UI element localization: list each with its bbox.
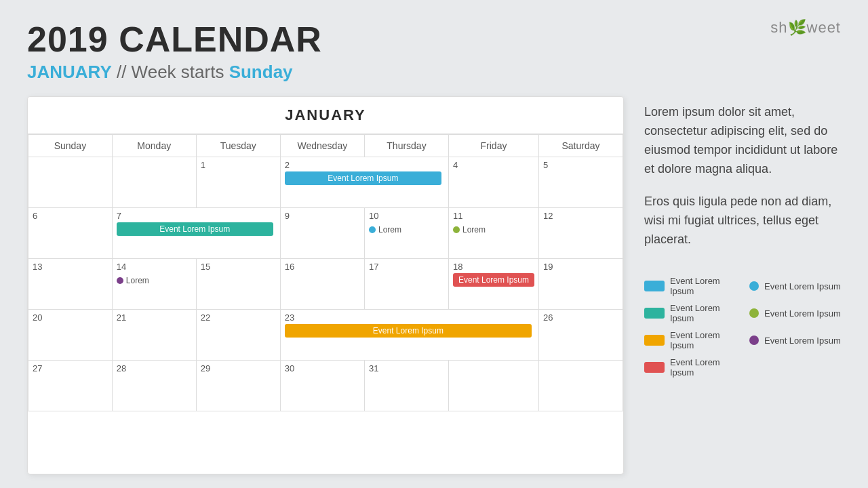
legend-swatch-orange: [644, 335, 665, 346]
calendar-month-title: JANUARY: [285, 106, 366, 123]
content-row: JANUARY Sunday Monday Tuesday Wednesday …: [27, 96, 841, 474]
legend-swatch-teal: [644, 308, 665, 319]
days-header-row: Sunday Monday Tuesday Wednesday Thursday…: [28, 135, 623, 157]
right-panel: Lorem ipsum dolor sit amet, consectetur …: [644, 96, 841, 474]
event-bar-orange-1: Event Lorem Ipsum: [285, 324, 532, 338]
week-row-1: 1 2 Event Lorem Ipsum 4 5: [28, 157, 623, 208]
calendar-wrapper: JANUARY Sunday Monday Tuesday Wednesday …: [27, 96, 624, 474]
dot-blue-label: Lorem: [378, 225, 401, 235]
cell-w5-tue: 29: [196, 361, 280, 411]
legend-label-6: Event Lorem Ipsum: [764, 308, 841, 319]
legend-item-5: Event Lorem Ipsum: [749, 276, 841, 296]
event-bar-red-1: Event Lorem Ipsum: [453, 273, 534, 287]
subtitle: JANUARY // Week starts Sunday: [27, 62, 841, 83]
legend-swatch-blue: [644, 281, 665, 291]
cell-w1-sat: 5: [539, 157, 623, 208]
legend-item-6: Event Lorem Ipsum: [749, 303, 841, 323]
cell-w3-sun: 13: [28, 259, 113, 310]
cell-w5-mon: 28: [112, 361, 196, 411]
cell-w2-wed: 9: [280, 208, 364, 259]
event-bar-teal-1: Event Lorem Ipsum: [117, 222, 273, 236]
subtitle-month: JANUARY: [27, 62, 112, 82]
day-sunday: Sunday: [28, 135, 113, 157]
legend-item-1: Event Lorem Ipsum: [644, 276, 736, 296]
event-dot-blue-1: Lorem: [369, 225, 401, 235]
cell-w3-thu: 17: [364, 259, 448, 310]
dot-olive-label: Lorem: [462, 225, 486, 235]
dot-olive-icon: [453, 226, 460, 233]
main-container: sh🌿weet 2019 CALENDAR JANUARY // Week st…: [0, 0, 868, 488]
cell-w5-thu: 31: [364, 361, 448, 411]
legend-grid: Event Lorem Ipsum Event Lorem Ipsum Even…: [644, 276, 841, 378]
cell-w3-wed: 16: [280, 259, 364, 310]
cell-w5-fri: [448, 361, 538, 411]
cell-w4-sat: 26: [539, 310, 623, 361]
cell-w2-sat: 12: [539, 208, 623, 259]
cell-w2-sun: 6: [28, 208, 113, 259]
cell-w1-fri: 4: [448, 157, 538, 208]
legend-dot-olive: [749, 308, 759, 318]
day-friday: Friday: [448, 135, 538, 157]
header: 2019 CALENDAR JANUARY // Week starts Sun…: [27, 20, 841, 83]
subtitle-day: Sunday: [229, 62, 293, 82]
dot-blue-icon: [369, 226, 376, 233]
cell-w1-tue: 1: [196, 157, 280, 208]
day-monday: Monday: [112, 135, 196, 157]
legend-label-5: Event Lorem Ipsum: [764, 281, 841, 291]
legend-item-7: Event Lorem Ipsum: [749, 330, 841, 350]
cell-w4-wed-thu-fri: 23 Event Lorem Ipsum: [280, 310, 538, 361]
cell-w1-mon: [112, 157, 196, 208]
cell-w5-sat: [539, 361, 623, 411]
legend-swatch-red: [644, 362, 665, 373]
description-p2: Eros quis ligula pede non ad diam, wisi …: [644, 192, 841, 249]
cell-w4-mon: 21: [112, 310, 196, 361]
cell-w5-wed: 30: [280, 361, 364, 411]
week-row-4: 20 21 22 23 Event Lorem Ipsum 26: [28, 310, 623, 361]
cell-w5-sun: 27: [28, 361, 113, 411]
calendar-header: JANUARY: [28, 97, 623, 134]
week-row-5: 27 28 29 30 31: [28, 361, 623, 411]
dot-purple-label: Lorem: [126, 276, 149, 285]
legend-dot-blue: [749, 281, 759, 291]
legend-label-7: Event Lorem Ipsum: [764, 336, 841, 346]
subtitle-middle: // Week starts: [117, 62, 229, 82]
day-thursday: Thursday: [364, 135, 448, 157]
cell-w3-tue: 15: [196, 259, 280, 310]
description-p1: Lorem ipsum dolor sit amet, consectetur …: [644, 103, 841, 179]
day-wednesday: Wednesday: [280, 135, 364, 157]
legend-item-2: Event Lorem Ipsum: [644, 303, 736, 323]
calendar-grid: Sunday Monday Tuesday Wednesday Thursday…: [28, 134, 623, 411]
event-bar-blue-1: Event Lorem Ipsum: [285, 171, 441, 185]
cell-w4-tue: 22: [196, 310, 280, 361]
legend-item-4: Event Lorem Ipsum: [644, 357, 736, 378]
day-tuesday: Tuesday: [196, 135, 280, 157]
cell-w3-fri: 18 Event Lorem Ipsum: [448, 259, 538, 310]
dot-purple-icon: [117, 277, 123, 284]
cell-w2-thu: 10 Lorem: [364, 208, 448, 259]
legend-label-3: Event Lorem Ipsum: [670, 330, 736, 350]
week-row-2: 6 7 Event Lorem Ipsum 9 10 Lorem: [28, 208, 623, 259]
cell-w3-sat: 19: [539, 259, 623, 310]
legend-item-3: Event Lorem Ipsum: [644, 330, 736, 350]
page-title: 2019 CALENDAR: [27, 20, 841, 59]
legend-dot-purple: [749, 336, 759, 345]
cell-w4-sun: 20: [28, 310, 113, 361]
cell-w2-fri: 11 Lorem: [448, 208, 538, 259]
legend-label-1: Event Lorem Ipsum: [670, 276, 736, 296]
cell-w3-mon: 14 Lorem: [112, 259, 196, 310]
week-row-3: 13 14 Lorem 15 16 17 18: [28, 259, 623, 310]
cell-w2-mon-tue: 7 Event Lorem Ipsum: [112, 208, 280, 259]
event-dot-purple-1: Lorem: [117, 276, 149, 285]
day-saturday: Saturday: [539, 135, 623, 157]
logo: sh🌿weet: [770, 19, 841, 37]
cell-w1-sun: [28, 157, 113, 208]
logo-icon: 🌿: [788, 19, 807, 36]
legend-label-4: Event Lorem Ipsum: [670, 357, 736, 378]
event-dot-olive-1: Lorem: [453, 225, 486, 235]
legend-label-2: Event Lorem Ipsum: [670, 303, 736, 323]
cell-w1-wed-thu: 2 Event Lorem Ipsum: [280, 157, 448, 208]
